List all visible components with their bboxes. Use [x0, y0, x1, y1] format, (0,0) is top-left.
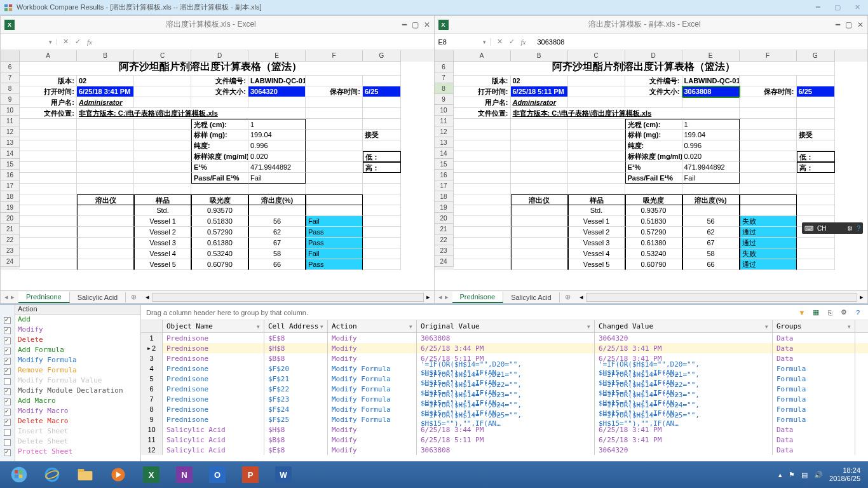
cancel-formula-icon[interactable]: ✕: [497, 37, 503, 46]
results-col-header[interactable]: Groups▾: [773, 320, 855, 332]
legend-header: Action: [15, 305, 140, 315]
legend-item[interactable]: Remove Formula: [15, 366, 140, 376]
formula-bar[interactable]: 3063808: [532, 38, 569, 46]
tray-up-icon[interactable]: ▴: [778, 471, 782, 479]
legend-checkbox[interactable]: [4, 409, 11, 416]
hscroll-track[interactable]: [152, 293, 423, 302]
maximize-icon[interactable]: ▢: [831, 3, 844, 11]
pane-minimize-icon[interactable]: ━: [402, 20, 407, 29]
legend-item[interactable]: Modify Formula: [15, 356, 140, 366]
pane-minimize-icon[interactable]: ━: [836, 20, 840, 29]
scroll-left-icon[interactable]: ◂: [580, 293, 583, 301]
pane-maximize-icon[interactable]: ▢: [412, 20, 419, 29]
hscroll-track[interactable]: [586, 293, 857, 302]
export-excel-icon[interactable]: ▦: [811, 308, 821, 318]
legend-item[interactable]: Add Formula: [15, 346, 140, 356]
legend-checkbox[interactable]: [4, 398, 11, 405]
results-row[interactable]: 10Salicylic Acid$H$8Modify6/25/18 3:44 P…: [141, 424, 868, 435]
left-grid[interactable]: ABCDEFG678910111213141516171819202122232…: [1, 50, 434, 290]
settings-icon[interactable]: ⚙: [839, 308, 849, 318]
outlook-icon[interactable]: O: [202, 463, 233, 486]
legend-checkbox[interactable]: [4, 327, 11, 334]
tab-salicylic[interactable]: Salicylic Acid: [70, 292, 126, 302]
tab-first-icon[interactable]: ◂: [4, 293, 8, 301]
tab-prev-icon[interactable]: ▸: [445, 293, 449, 301]
excel-taskbar-icon[interactable]: X: [136, 463, 166, 486]
svg-rect-2: [4, 8, 8, 10]
results-row[interactable]: 2Prednisone$H$8Modify6/25/18 3:44 PM6/25…: [141, 343, 868, 353]
legend-checkbox[interactable]: [4, 368, 11, 375]
pane-close-icon[interactable]: ✕: [857, 20, 864, 29]
tray-network-icon[interactable]: ▤: [801, 471, 808, 479]
results-col-header[interactable]: Original Value▾: [417, 320, 595, 332]
results-col-header[interactable]: Changed Value▾: [595, 320, 773, 332]
tab-prev-icon[interactable]: ▸: [11, 293, 15, 301]
legend-checkbox[interactable]: [4, 388, 11, 395]
word-icon[interactable]: W: [268, 463, 299, 486]
legend-checkbox[interactable]: [4, 317, 11, 324]
ie-icon[interactable]: [37, 463, 67, 486]
fx-icon[interactable]: fx: [521, 38, 526, 46]
scroll-right-icon[interactable]: ▸: [426, 293, 430, 301]
right-grid[interactable]: ABCDEFG678910111213141516171819202122232…: [435, 50, 868, 290]
legend-checkbox[interactable]: [4, 348, 11, 355]
results-col-header[interactable]: Object Name▾: [163, 320, 264, 332]
scroll-right-icon[interactable]: ▸: [860, 293, 864, 301]
legend-item[interactable]: Add: [15, 315, 140, 325]
tray-volume-icon[interactable]: 🔊: [814, 471, 823, 479]
results-col-header[interactable]: Action▾: [328, 320, 417, 332]
results-row[interactable]: 9Prednisone$F$25Modify Formula'=IF(OR($H…: [141, 414, 868, 424]
powerpoint-icon[interactable]: P: [235, 463, 266, 486]
tab-prednisone[interactable]: Prednisone: [18, 292, 70, 303]
legend-item[interactable]: Insert Sheet: [15, 427, 140, 437]
legend-checkbox[interactable]: [4, 419, 11, 426]
start-button[interactable]: [4, 463, 34, 486]
media-icon[interactable]: [103, 463, 133, 486]
legend-checkbox[interactable]: [4, 358, 11, 365]
legend-item[interactable]: Protect Sheet: [15, 447, 140, 458]
scroll-left-icon[interactable]: ◂: [146, 293, 149, 301]
fx-icon[interactable]: fx: [87, 38, 92, 46]
legend-item[interactable]: Modify Formula Value: [15, 376, 140, 386]
ime-bar[interactable]: ⌨CH ⚙?: [802, 222, 863, 234]
add-sheet-icon[interactable]: ⊕: [126, 293, 142, 301]
legend-item[interactable]: Add Macro: [15, 396, 140, 407]
tab-first-icon[interactable]: ◂: [438, 293, 442, 301]
cancel-formula-icon[interactable]: ✕: [63, 37, 69, 46]
legend-item[interactable]: Delete: [15, 336, 140, 346]
results-row[interactable]: 12Salicylic Acid$E$8Modify30638083064320…: [141, 445, 868, 455]
name-box[interactable]: E8▾: [435, 38, 491, 46]
copy-icon[interactable]: ⎘: [825, 308, 835, 318]
results-row[interactable]: 1Prednisone$E$8Modify30638083064320Data: [141, 333, 868, 343]
legend-item[interactable]: Delete Sheet: [15, 437, 140, 447]
legend-checkbox[interactable]: [4, 378, 11, 385]
svg-text:X: X: [149, 470, 154, 480]
accept-formula-icon[interactable]: ✓: [75, 37, 81, 46]
minimize-icon[interactable]: ━: [812, 3, 824, 11]
legend-checkbox[interactable]: [4, 337, 11, 344]
pane-maximize-icon[interactable]: ▢: [845, 20, 852, 29]
legend-item[interactable]: Modify: [15, 325, 140, 336]
results-col-header[interactable]: Cell Address▾: [264, 320, 328, 332]
legend-item[interactable]: Modify Module Declaration: [15, 386, 140, 396]
pane-close-icon[interactable]: ✕: [424, 20, 430, 29]
legend-checkbox[interactable]: [4, 439, 11, 446]
legend-item[interactable]: Delete Macro: [15, 417, 140, 427]
legend-checkbox[interactable]: [4, 429, 11, 436]
tab-prednisone[interactable]: Prednisone: [452, 292, 504, 303]
clock[interactable]: 18:24 2018/6/25: [829, 466, 860, 483]
tray-flag-icon[interactable]: ⚑: [789, 471, 795, 479]
group-hint: Drag a column header here to group by th…: [146, 309, 308, 316]
accept-formula-icon[interactable]: ✓: [509, 37, 515, 46]
legend-item[interactable]: Modify Macro: [15, 407, 140, 417]
close-icon[interactable]: ✕: [851, 3, 864, 11]
name-box[interactable]: ▾: [1, 39, 57, 45]
onenote-icon[interactable]: N: [169, 463, 200, 486]
explorer-icon[interactable]: [70, 463, 100, 486]
results-row[interactable]: 11Salicylic Acid$B$8Modify6/25/18 5:11 P…: [141, 435, 868, 445]
tab-salicylic[interactable]: Salicylic Acid: [503, 292, 560, 302]
help-icon[interactable]: ?: [853, 308, 863, 318]
filter-icon[interactable]: ▼: [797, 308, 807, 318]
add-sheet-icon[interactable]: ⊕: [560, 293, 576, 301]
legend-checkbox[interactable]: [4, 449, 11, 456]
